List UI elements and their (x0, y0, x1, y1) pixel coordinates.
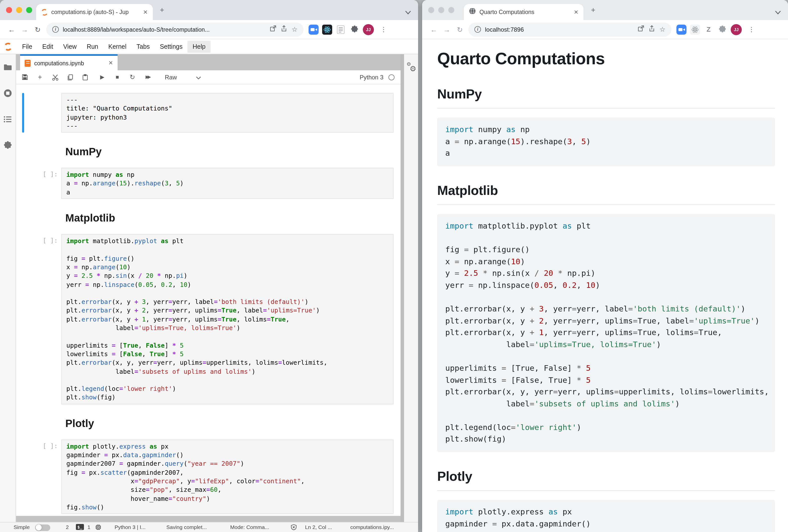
cell-collapser[interactable] (22, 234, 24, 404)
tab-close-icon[interactable]: ✕ (574, 9, 578, 15)
table-of-contents-icon[interactable] (3, 115, 13, 124)
cell-type-dropdown[interactable]: Raw (165, 74, 177, 81)
forward-icon[interactable]: → (18, 25, 31, 34)
cell-editor[interactable]: import numpy as npa = np.arange(15).resh… (61, 168, 394, 199)
markdown-cell-heading[interactable]: Plotly (65, 417, 400, 429)
restart-kernel-button[interactable]: ↻ (129, 73, 136, 81)
cell-editor[interactable]: ---title: "Quarto Computations"jupyter: … (61, 93, 394, 132)
cell-editor[interactable]: import matplotlib.pyplot as plt fig = pl… (61, 234, 394, 404)
interrupt-kernel-button[interactable]: ■ (114, 73, 121, 81)
open-in-new-icon[interactable] (637, 25, 645, 34)
command-mode-indicator[interactable]: Mode: Comma... (230, 524, 269, 530)
tab-search-chevron-icon[interactable] (405, 7, 411, 17)
terminal-count[interactable]: 2 (66, 524, 69, 530)
notebook-tab-close-icon[interactable]: ✕ (109, 60, 113, 66)
browser-tab[interactable]: computations.ip (auto-S) - Jup ✕ (36, 4, 153, 20)
paste-cells-button[interactable] (81, 74, 89, 81)
minimize-window-button[interactable] (438, 7, 444, 13)
cell-collapser[interactable] (22, 439, 24, 514)
cut-cells-button[interactable] (51, 74, 59, 81)
browser-menu-icon[interactable]: ⋮ (380, 26, 387, 33)
menu-edit[interactable]: Edit (37, 40, 58, 53)
section-heading: Matplotlib (437, 183, 775, 205)
menu-kernel[interactable]: Kernel (103, 40, 132, 53)
kernel-status-icon[interactable] (389, 74, 394, 80)
insert-cell-button[interactable]: + (36, 73, 44, 81)
puzzle-extensions-icon[interactable] (717, 24, 727, 35)
reload-icon[interactable]: ↻ (31, 25, 44, 34)
minimize-window-button[interactable] (16, 7, 22, 13)
close-window-button[interactable] (6, 7, 12, 13)
address-bar[interactable]: i localhost:8889/lab/workspaces/auto-S/t… (46, 22, 303, 36)
notebook-file-tab[interactable]: computations.ipynb ✕ (20, 54, 118, 70)
new-tab-button[interactable]: + (160, 6, 164, 14)
code-cell[interactable]: [ ]:import numpy as npa = np.arange(15).… (16, 168, 400, 199)
close-window-button[interactable] (428, 7, 434, 13)
terminal-icon: $_ (76, 524, 84, 530)
back-icon[interactable]: ← (427, 25, 440, 34)
menu-settings[interactable]: Settings (155, 40, 188, 53)
menu-run[interactable]: Run (82, 40, 103, 53)
profile-avatar[interactable]: JJ (731, 24, 742, 35)
running-kernels-icon[interactable] (3, 88, 13, 98)
markdown-cell-heading[interactable]: Matplotlib (65, 212, 400, 224)
share-icon[interactable] (649, 25, 655, 34)
cursor-position[interactable]: Ln 2, Col ... (305, 524, 332, 530)
code-cell[interactable]: [ ]:import matplotlib.pyplot as plt fig … (16, 234, 400, 404)
file-browser-icon[interactable] (3, 62, 13, 72)
kernel-status-text[interactable]: Python 3 | I... (115, 524, 145, 530)
cell-collapser[interactable] (22, 93, 24, 132)
bookmark-star-icon[interactable]: ☆ (292, 26, 297, 33)
share-icon[interactable] (281, 25, 288, 34)
code-cell[interactable]: [ ]:import plotly.express as pxgapminder… (16, 439, 400, 514)
browser-menu-icon[interactable]: ⋮ (748, 26, 755, 33)
open-in-new-icon[interactable] (270, 25, 277, 34)
statusbar-filename: computations.ipy... (350, 524, 394, 530)
back-icon[interactable]: ← (5, 25, 18, 34)
cell-type-chevron-icon[interactable] (196, 73, 201, 82)
site-info-icon[interactable]: i (52, 26, 59, 33)
raw-cell[interactable]: ---title: "Quarto Computations"jupyter: … (16, 93, 400, 132)
forward-icon[interactable]: → (440, 25, 453, 34)
save-button[interactable] (21, 74, 28, 80)
react-devtools-extension-icon[interactable] (690, 24, 700, 35)
new-tab-button[interactable]: + (591, 6, 595, 14)
document-extension-icon[interactable] (336, 24, 346, 35)
simple-mode-toggle[interactable] (35, 524, 50, 531)
section-heading: Plotly (437, 469, 775, 491)
kernel-count[interactable]: 1 (87, 524, 91, 530)
site-info-icon[interactable]: i (474, 26, 481, 33)
puzzle-extensions-icon[interactable] (349, 24, 359, 35)
address-bar[interactable]: i localhost:7896 ☆ (468, 22, 671, 36)
copy-cells-button[interactable] (66, 74, 74, 81)
page-section: Plotlyimport plotly.express as pxgapmind… (437, 469, 775, 532)
reload-icon[interactable]: ↻ (453, 25, 466, 34)
run-cell-button[interactable]: ▶ (98, 73, 106, 81)
menu-help[interactable]: Help (188, 40, 210, 53)
react-devtools-extension-icon[interactable] (322, 24, 332, 35)
zoom-window-button[interactable] (448, 7, 454, 13)
zoom-window-button[interactable] (26, 7, 32, 13)
menu-file[interactable]: File (17, 40, 37, 53)
section-heading: NumPy (437, 86, 775, 108)
markdown-cell-heading[interactable]: NumPy (65, 146, 400, 158)
cell-execution-prompt (24, 93, 61, 132)
tab-close-icon[interactable]: ✕ (143, 9, 148, 15)
menu-tabs[interactable]: Tabs (132, 40, 155, 53)
restart-run-all-button[interactable]: ▶▶ (144, 73, 151, 81)
kernel-name-button[interactable]: Python 3 (359, 74, 383, 81)
video-call-extension-icon[interactable] (309, 24, 319, 35)
cell-editor[interactable]: import plotly.express as pxgapminder = p… (61, 439, 394, 514)
url-text: localhost:7896 (485, 26, 633, 33)
extensions-row: Z JJ ⋮ (676, 24, 755, 35)
profile-avatar[interactable]: JJ (363, 24, 374, 35)
tab-search-chevron-icon[interactable] (775, 7, 781, 17)
video-call-extension-icon[interactable] (676, 24, 687, 35)
extension-manager-icon[interactable] (3, 141, 13, 150)
browser-tab[interactable]: Quarto Computations ✕ (464, 4, 584, 20)
z-extension-icon[interactable]: Z (704, 24, 714, 35)
cell-collapser[interactable] (22, 168, 24, 199)
menu-view[interactable]: View (58, 40, 82, 53)
cell-execution-prompt: [ ]: (24, 234, 61, 404)
bookmark-star-icon[interactable]: ☆ (659, 26, 665, 33)
